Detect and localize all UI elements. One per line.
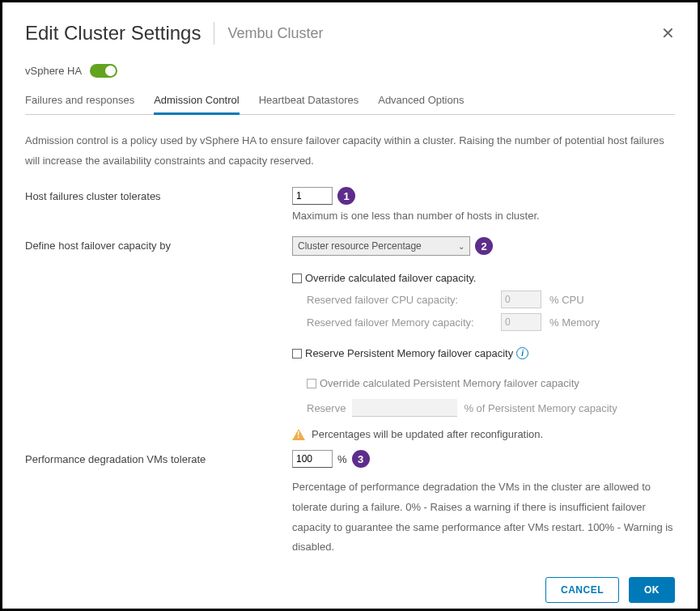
performance-input[interactable] — [292, 450, 333, 468]
failover-capacity-selected: Cluster resource Percentage — [298, 240, 422, 252]
override-pmem-row: Override calculated Persistent Memory fa… — [307, 377, 675, 389]
performance-description: Percentage of performance degradation th… — [292, 477, 675, 558]
failover-capacity-select[interactable]: Cluster resource Percentage ⌄ — [292, 236, 470, 256]
tab-bar: Failures and responses Admission Control… — [25, 94, 675, 115]
info-icon[interactable]: i — [516, 347, 528, 359]
performance-row: Performance degradation VMs tolerate % 3… — [25, 450, 675, 558]
cluster-name: Vembu Cluster — [227, 25, 323, 42]
host-failures-input[interactable] — [292, 187, 333, 205]
reserved-cpu-suffix: % CPU — [549, 294, 584, 306]
override-failover-row: Override calculated failover capacity. — [292, 272, 675, 284]
annotation-badge-1: 1 — [337, 187, 355, 205]
performance-unit: % — [337, 453, 347, 465]
form-section: Host failures cluster tolerates 1 Maximu… — [25, 187, 675, 562]
annotation-badge-2: 2 — [475, 237, 493, 255]
chevron-down-icon: ⌄ — [458, 242, 465, 251]
tab-advanced-options[interactable]: Advanced Options — [378, 94, 464, 114]
cancel-button[interactable]: CANCEL — [545, 577, 619, 603]
reserved-cpu-label: Reserved failover CPU capacity: — [307, 294, 493, 306]
annotation-badge-3: 3 — [352, 450, 370, 468]
override-pmem-label: Override calculated Persistent Memory fa… — [320, 377, 579, 389]
reserve-pmem-label: Reserve Persistent Memory failover capac… — [305, 347, 513, 359]
close-icon[interactable]: ✕ — [661, 25, 675, 41]
divider — [214, 22, 214, 45]
reserved-cpu-row: Reserved failover CPU capacity: % CPU — [307, 291, 675, 308]
reserve-pct-row: Reserve % of Persistent Memory capacity — [307, 399, 675, 417]
tab-failures-responses[interactable]: Failures and responses — [25, 94, 134, 114]
dialog-header: Edit Cluster Settings Vembu Cluster ✕ — [25, 22, 675, 45]
admission-control-description: Admission control is a policy used by vS… — [25, 131, 675, 171]
warning-row: Percentages will be updated after reconf… — [292, 428, 675, 440]
host-failures-hint: Maximum is one less than number of hosts… — [292, 210, 675, 222]
vsphere-ha-label: vSphere HA — [25, 65, 82, 77]
reserved-memory-input — [501, 313, 541, 331]
vsphere-ha-toggle[interactable] — [90, 64, 117, 78]
override-pmem-checkbox — [307, 379, 316, 388]
override-failover-label: Override calculated failover capacity. — [305, 272, 476, 284]
failover-capacity-row: Define host failover capacity by Cluster… — [25, 236, 675, 445]
reserve-label: Reserve — [307, 402, 346, 414]
reserve-pct-input — [352, 399, 457, 417]
override-failover-checkbox[interactable] — [292, 274, 302, 283]
host-failures-row: Host failures cluster tolerates 1 Maximu… — [25, 187, 675, 231]
tab-admission-control[interactable]: Admission Control — [154, 94, 240, 114]
reserved-memory-suffix: % Memory — [549, 316, 600, 329]
warning-text: Percentages will be updated after reconf… — [312, 428, 543, 440]
warning-icon — [292, 429, 305, 440]
ok-button[interactable]: OK — [629, 577, 675, 603]
dialog-footer: CANCEL OK — [25, 562, 675, 603]
reserved-cpu-input — [501, 291, 541, 308]
dialog-title: Edit Cluster Settings — [25, 22, 201, 45]
reserved-memory-row: Reserved failover Memory capacity: % Mem… — [307, 313, 675, 331]
tab-heartbeat-datastores[interactable]: Heartbeat Datastores — [259, 94, 359, 114]
vsphere-ha-row: vSphere HA — [25, 64, 675, 78]
failover-capacity-label: Define host failover capacity by — [25, 236, 292, 445]
performance-label: Performance degradation VMs tolerate — [25, 450, 292, 558]
reserve-suffix: % of Persistent Memory capacity — [464, 402, 617, 414]
reserve-pmem-checkbox[interactable] — [292, 349, 302, 359]
reserved-memory-label: Reserved failover Memory capacity: — [307, 316, 493, 329]
host-failures-label: Host failures cluster tolerates — [25, 187, 292, 231]
dialog-edit-cluster-settings: Edit Cluster Settings Vembu Cluster ✕ vS… — [2, 2, 698, 609]
reserve-pmem-row: Reserve Persistent Memory failover capac… — [292, 347, 675, 359]
